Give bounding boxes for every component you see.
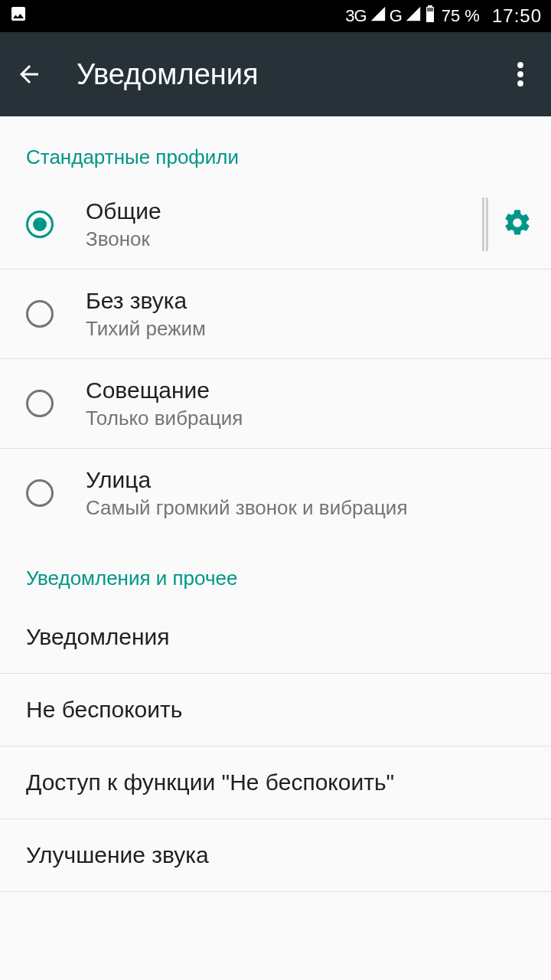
- radio-unselected-icon[interactable]: [26, 390, 54, 417]
- page-title: Уведомления: [77, 58, 505, 91]
- app-bar: Уведомления: [0, 32, 551, 116]
- profile-subtitle: Только вибрация: [86, 405, 533, 431]
- signal-1-icon: [370, 5, 386, 27]
- profile-row[interactable]: Улица Самый громкий звонок и вибрация: [0, 449, 551, 537]
- svg-rect-1: [427, 8, 433, 11]
- profile-title: Совещание: [86, 376, 533, 405]
- battery-percent: 75 %: [442, 6, 480, 26]
- profile-subtitle: Звонок: [86, 226, 482, 252]
- dnd-item[interactable]: Не беспокоить: [0, 674, 551, 746]
- back-button[interactable]: [15, 60, 49, 88]
- profile-title: Улица: [86, 466, 533, 495]
- signal-2-icon: [405, 5, 422, 27]
- profile-title: Без звука: [86, 286, 533, 315]
- profile-title: Общие: [86, 197, 482, 226]
- clock-time: 17:50: [492, 5, 542, 27]
- section-other-header: Уведомления и прочее: [0, 537, 551, 601]
- network-2-label: G: [390, 6, 402, 26]
- profile-row[interactable]: Совещание Только вибрация: [0, 359, 551, 448]
- profile-row[interactable]: Общие Звонок: [0, 180, 551, 269]
- divider: [0, 891, 551, 892]
- profile-subtitle: Самый громкий звонок и вибрация: [86, 495, 533, 521]
- picture-icon: [9, 5, 28, 28]
- network-1-label: 3G: [345, 6, 366, 26]
- more-button[interactable]: [505, 60, 536, 88]
- dnd-access-item[interactable]: Доступ к функции "Не беспокоить": [0, 746, 551, 818]
- radio-unselected-icon[interactable]: [26, 479, 54, 507]
- profile-row[interactable]: Без звука Тихий режим: [0, 270, 551, 358]
- radio-unselected-icon[interactable]: [26, 300, 54, 328]
- profile-subtitle: Тихий режим: [86, 315, 533, 341]
- sound-improvement-item[interactable]: Улучшение звука: [0, 819, 551, 891]
- content: Стандартные профили Общие Звонок Без зву…: [0, 116, 551, 892]
- status-bar: 3G G 75 % 17:50: [0, 0, 551, 32]
- svg-point-2: [517, 62, 523, 68]
- drag-handle-icon[interactable]: [482, 198, 488, 251]
- battery-icon: [425, 5, 435, 28]
- section-profiles-header: Стандартные профили: [0, 116, 551, 180]
- svg-point-3: [517, 71, 523, 77]
- notifications-item[interactable]: Уведомления: [0, 601, 551, 673]
- radio-selected-icon[interactable]: [26, 211, 54, 238]
- svg-rect-0: [427, 11, 433, 21]
- svg-point-4: [517, 80, 523, 87]
- settings-button[interactable]: [502, 207, 533, 241]
